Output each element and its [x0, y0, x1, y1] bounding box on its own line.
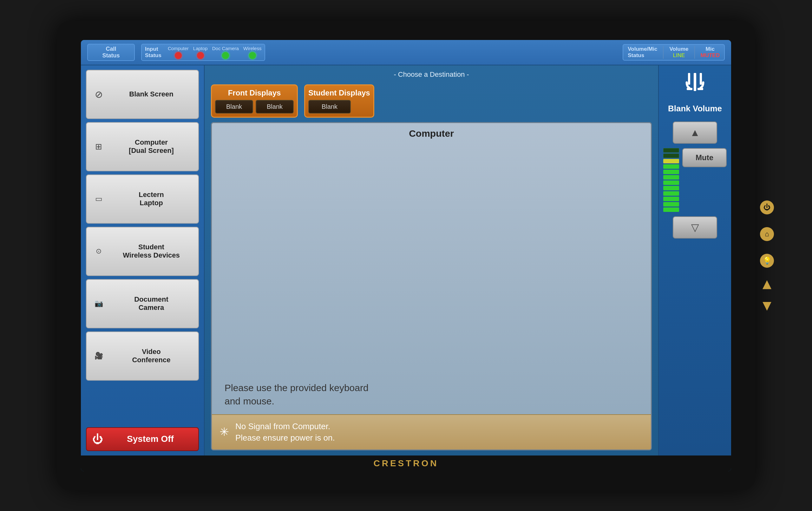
sidebar-spacer: [86, 384, 199, 424]
sidebar-item-video-conference[interactable]: 🎥 VideoConference: [86, 332, 199, 380]
laptop-icon: ▭: [92, 194, 105, 203]
student-displays-title: Student Displays: [308, 88, 370, 97]
svg-rect-4: [700, 73, 702, 76]
vol-bar-8: [663, 170, 679, 174]
computer-icon: ⊞: [92, 142, 105, 152]
sidebar: ⊘ Blank Screen ⊞ Computer[Dual Screen] ▭…: [81, 65, 205, 455]
divider: [663, 46, 664, 59]
sidebar-item-document-camera[interactable]: 📷 DocumentCamera: [86, 279, 199, 328]
front-display-blank-2-button[interactable]: Blank: [256, 100, 294, 114]
right-panel: Blank Volume ▲: [658, 65, 731, 455]
call-status-box: Call Status: [87, 44, 135, 61]
up-hw-button[interactable]: [762, 280, 772, 289]
call-status-label: Call: [106, 46, 116, 52]
input-laptop-dot: [197, 52, 204, 59]
svg-rect-3: [688, 73, 690, 76]
student-display-blank-button[interactable]: Blank: [308, 100, 351, 114]
input-wireless-label: Wireless: [243, 46, 262, 51]
vol-bar-1: [663, 207, 679, 212]
input-wireless: Wireless: [243, 46, 262, 59]
vol-bar-9: [663, 164, 679, 169]
vol-bar-11: [663, 153, 679, 158]
front-displays-title: Front Displays: [215, 88, 294, 97]
down-hw-button[interactable]: [762, 302, 772, 311]
volume-mic-label: Volume/MicStatus: [628, 46, 657, 59]
svg-rect-7: [694, 89, 696, 91]
brand-bar: CRESTRON: [81, 455, 731, 471]
screen: Call Status InputStatus Computer Laptop …: [81, 40, 731, 471]
sidebar-item-student-wireless[interactable]: ⊙ StudentWireless Devices: [86, 227, 199, 276]
sidebar-item-video-conf-label: VideoConference: [110, 348, 193, 365]
vol-bar-10: [663, 159, 679, 163]
system-off-button[interactable]: ⏻ System Off: [86, 427, 199, 451]
center-area: - Choose a Destination - Front Displays …: [205, 65, 658, 455]
vol-bar-2: [663, 202, 679, 206]
input-doc-camera-dot: [222, 52, 229, 59]
device-frame: Call Status InputStatus Computer Laptop …: [57, 21, 755, 490]
volume-controls-row: Mute: [663, 148, 727, 212]
power-icon: ⏻: [92, 433, 103, 445]
iu-logo: [682, 70, 708, 97]
power-hw-button[interactable]: ⏻: [760, 200, 774, 215]
home-hw-button[interactable]: ⌂: [760, 227, 774, 241]
sidebar-item-blank-screen-label: Blank Screen: [110, 90, 193, 98]
student-displays-group: Student Displays Blank: [304, 84, 374, 118]
sidebar-item-wireless-label: StudentWireless Devices: [110, 243, 193, 260]
input-computer-dot: [175, 52, 182, 59]
preview-instruction: Please use the provided keyboardand mous…: [225, 381, 369, 408]
call-status-sub: Status: [102, 52, 120, 59]
front-display-buttons: Blank Blank: [215, 100, 294, 114]
student-display-buttons: Blank: [308, 100, 370, 114]
vol-bar-5: [663, 186, 679, 190]
mute-button[interactable]: Mute: [682, 148, 727, 167]
vol-bar-7: [663, 175, 679, 179]
hardware-buttons: ⏻ ⌂ 💡: [760, 200, 774, 311]
input-wireless-dot: [249, 52, 256, 59]
input-doc-camera: Doc Camera: [212, 46, 239, 59]
volume-label: Volume: [669, 46, 688, 52]
svg-rect-5: [694, 73, 696, 76]
preview-panel: Computer Please use the provided keyboar…: [211, 122, 652, 450]
vol-bar-4: [663, 191, 679, 196]
mic-value: MUTED: [701, 52, 720, 59]
light-hw-button[interactable]: 💡: [760, 254, 774, 268]
volume-down-icon: ▽: [691, 221, 699, 233]
display-controls: Front Displays Blank Blank Student Displ…: [211, 84, 652, 118]
blank-screen-icon: ⊘: [92, 89, 105, 100]
volume-item: Volume LINE: [669, 46, 688, 59]
sidebar-item-lectern-label: LecternLaptop: [110, 191, 193, 207]
front-displays-group: Front Displays Blank Blank: [211, 84, 298, 118]
top-bar: Call Status InputStatus Computer Laptop …: [81, 40, 731, 65]
vol-bar-6: [663, 180, 679, 185]
main-area: ⊘ Blank Screen ⊞ Computer[Dual Screen] ▭…: [81, 65, 731, 455]
vol-bar-12: [663, 148, 679, 152]
sidebar-item-blank-screen[interactable]: ⊘ Blank Screen: [86, 70, 199, 119]
input-computer-label: Computer: [168, 46, 189, 51]
system-off-label: System Off: [108, 434, 193, 444]
sidebar-item-doc-camera-label: DocumentCamera: [110, 295, 193, 312]
input-laptop: Laptop: [193, 46, 208, 59]
volume-up-icon: ▲: [690, 127, 700, 139]
sidebar-item-computer[interactable]: ⊞ Computer[Dual Screen]: [86, 122, 199, 171]
vol-bar-3: [663, 197, 679, 201]
video-conf-icon: 🎥: [92, 352, 105, 360]
volume-status-group: Volume/MicStatus Volume LINE Mic MUTED: [622, 44, 725, 61]
preview-body: Please use the provided keyboardand mous…: [212, 144, 651, 414]
sidebar-item-lectern-laptop[interactable]: ▭ LecternLaptop: [86, 174, 199, 224]
volume-meter: [663, 148, 679, 212]
mute-label: Mute: [696, 153, 713, 162]
divider2: [694, 46, 695, 59]
input-status-group: InputStatus Computer Laptop Doc Camera W…: [141, 44, 265, 61]
input-laptop-label: Laptop: [193, 46, 208, 51]
preview-title: Computer: [212, 123, 651, 144]
signal-warning-text: No Signal from Computer.Please ensure po…: [235, 421, 335, 444]
volume-down-button[interactable]: ▽: [673, 216, 717, 238]
wireless-icon: ⊙: [92, 247, 105, 255]
brand-label: CRESTRON: [373, 458, 438, 469]
destination-header: - Choose a Destination -: [211, 70, 652, 79]
mic-label: Mic: [706, 46, 715, 52]
input-computer: Computer: [168, 46, 189, 59]
volume-value: LINE: [673, 52, 685, 59]
front-display-blank-1-button[interactable]: Blank: [215, 100, 253, 114]
volume-up-button[interactable]: ▲: [673, 121, 717, 144]
